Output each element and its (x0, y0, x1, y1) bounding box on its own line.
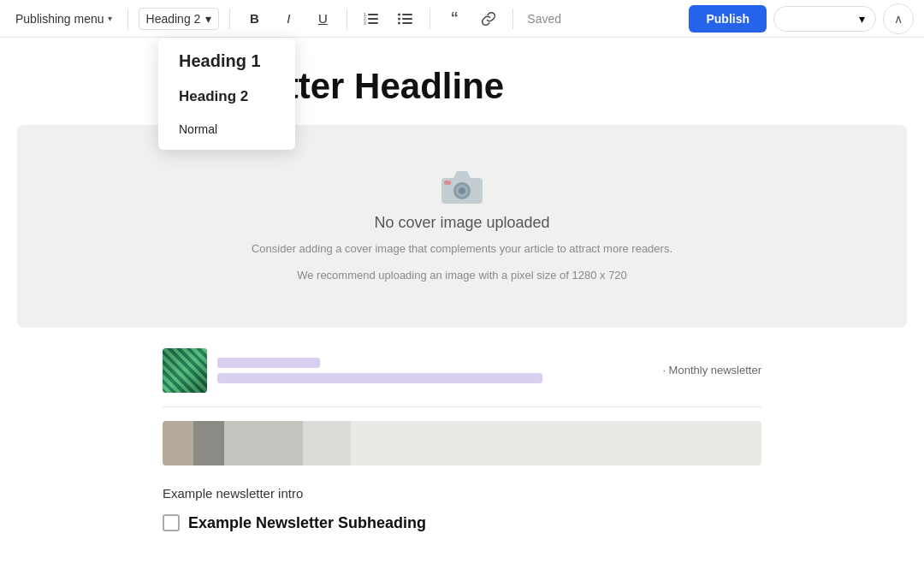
heading-option-1[interactable]: Heading 1 (158, 43, 295, 80)
content-color-block (163, 421, 761, 465)
italic-button[interactable]: I (275, 5, 302, 33)
heading-dropdown: Heading 1 Heading 2 Normal (158, 38, 295, 150)
monthly-label: · Monthly newsletter (662, 364, 761, 376)
content-rows: · Monthly newsletter Example newsletter … (0, 328, 924, 532)
article-meta (217, 358, 652, 383)
subheading-icon (163, 514, 180, 531)
ordered-list-button[interactable]: 1. 2. 3. (358, 5, 385, 33)
publishing-menu-label: Publishing menu (15, 12, 104, 26)
view-selector-dropdown[interactable]: ▾ (773, 6, 876, 32)
unordered-list-button[interactable] (392, 5, 419, 33)
subheading-text[interactable]: Example Newsletter Subheading (188, 514, 426, 532)
svg-rect-16 (444, 181, 451, 185)
intro-text[interactable]: Example newsletter intro (163, 486, 761, 501)
publishing-menu-chevron-icon: ▾ (108, 14, 112, 23)
block-segment-3 (224, 421, 303, 465)
svg-point-15 (459, 187, 465, 194)
meta-bar-long (217, 373, 542, 383)
svg-rect-1 (368, 18, 378, 20)
svg-rect-0 (368, 14, 378, 15)
heading-select-button[interactable]: Heading 2 ▾ (139, 8, 220, 30)
meta-bar-short (217, 358, 320, 368)
svg-rect-6 (402, 14, 412, 15)
block-segment-1 (163, 421, 193, 465)
heading-select-chevron-icon: ▾ (205, 12, 211, 26)
svg-point-9 (398, 13, 400, 15)
svg-rect-7 (402, 18, 412, 20)
subheading-row: Example Newsletter Subheading (163, 514, 761, 532)
camera-icon (440, 168, 484, 205)
block-segment-5 (351, 421, 761, 465)
toolbar-divider-3 (346, 9, 347, 29)
article-item-row: · Monthly newsletter (163, 348, 761, 407)
heading-option-normal[interactable]: Normal (158, 114, 295, 145)
article-thumbnail (163, 348, 207, 393)
toolbar-divider-2 (229, 9, 230, 29)
saved-status: Saved (527, 12, 561, 26)
svg-point-10 (398, 17, 400, 20)
svg-point-11 (398, 21, 400, 24)
heading-option-2[interactable]: Heading 2 (158, 80, 295, 114)
svg-rect-2 (368, 22, 378, 24)
cover-image-placeholder[interactable]: No cover image uploaded Consider adding … (17, 125, 907, 328)
collapse-panel-button[interactable]: ∧ (883, 3, 914, 34)
cover-desc-line2: We recommend uploading an image with a p… (297, 267, 627, 285)
link-button[interactable] (475, 5, 502, 33)
toolbar-divider-1 (127, 9, 128, 29)
toolbar-divider-5 (512, 9, 513, 29)
collapse-icon: ∧ (894, 12, 903, 26)
svg-text:3.: 3. (364, 21, 367, 25)
heading-select-label: Heading 2 (146, 12, 201, 26)
publish-button[interactable]: Publish (689, 5, 767, 33)
svg-rect-8 (402, 22, 412, 24)
underline-button[interactable]: U (309, 5, 336, 33)
toolbar-divider-4 (429, 9, 430, 29)
cover-title: No cover image uploaded (374, 214, 549, 232)
bold-button[interactable]: B (240, 5, 268, 33)
block-segment-4 (303, 421, 351, 465)
cover-desc-line1: Consider adding a cover image that compl… (252, 240, 672, 258)
toolbar: Publishing menu ▾ Heading 2 ▾ B I U 1. 2… (0, 0, 924, 38)
blockquote-button[interactable]: “ (441, 5, 468, 33)
publishing-menu-button[interactable]: Publishing menu ▾ (10, 9, 117, 29)
content-area: Newsletter Headline No cover image uploa… (0, 38, 924, 581)
block-segment-2 (193, 421, 224, 465)
article-headline[interactable]: Newsletter Headline (0, 38, 924, 125)
view-selector-chevron-icon: ▾ (859, 12, 865, 26)
